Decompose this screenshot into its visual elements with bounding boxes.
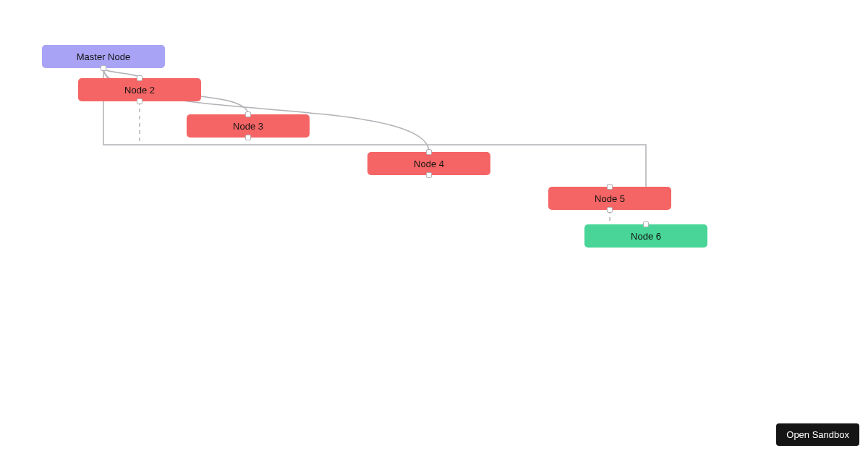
edge-master-n2 (103, 68, 140, 78)
node-6[interactable]: Node 6 (584, 224, 707, 248)
node-label: Node 6 (631, 231, 661, 242)
node-2[interactable]: Node 2 (78, 78, 201, 101)
flow-canvas[interactable]: Master Node Node 2 Node 3 Node 4 Node 5 … (0, 0, 868, 456)
handle-top[interactable] (137, 75, 142, 81)
node-label: Node 4 (414, 159, 444, 169)
node-5[interactable]: Node 5 (548, 187, 671, 210)
handle-bottom[interactable] (137, 98, 142, 104)
edges-layer (0, 0, 868, 456)
handle-top[interactable] (245, 111, 251, 117)
node-4[interactable]: Node 4 (367, 152, 490, 175)
open-sandbox-button[interactable]: Open Sandbox (776, 423, 859, 446)
node-label: Node 5 (595, 193, 625, 204)
node-label: Node 3 (233, 121, 263, 132)
node-label: Node 2 (124, 85, 155, 96)
handle-bottom[interactable] (426, 172, 432, 178)
node-3[interactable]: Node 3 (187, 114, 310, 138)
handle-top[interactable] (426, 149, 432, 155)
node-label: Master Node (77, 51, 130, 62)
handle-bottom[interactable] (101, 65, 106, 71)
handle-top[interactable] (607, 184, 613, 190)
node-master[interactable]: Master Node (42, 45, 165, 68)
handle-bottom[interactable] (607, 207, 613, 213)
handle-bottom[interactable] (245, 135, 251, 140)
handle-top[interactable] (643, 221, 649, 227)
